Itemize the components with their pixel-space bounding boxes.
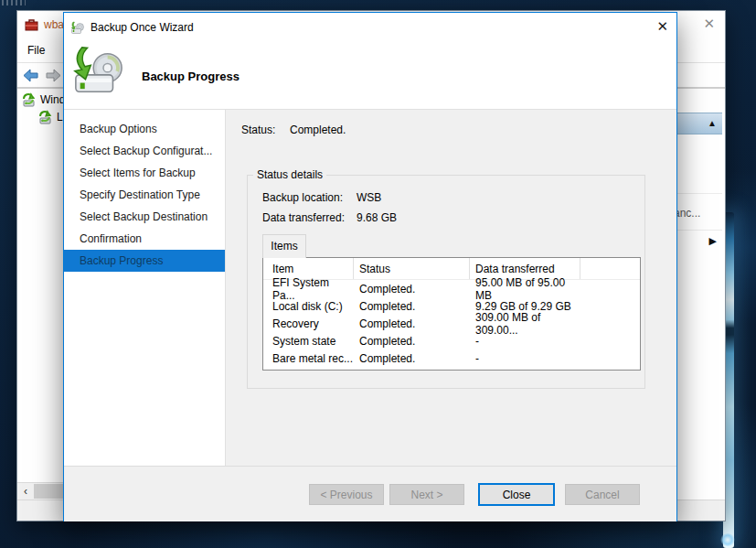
scroll-up-icon[interactable]: ▲ — [708, 118, 717, 128]
wizard-body: Backup Options Select Backup Configurat.… — [64, 110, 676, 466]
column-header-spacer — [580, 258, 640, 279]
previous-button[interactable]: < Previous — [309, 484, 384, 505]
cell-item: Local disk (C:) — [263, 300, 354, 313]
cell-data: 95.00 MB of 95.00 MB — [470, 276, 580, 302]
step-select-backup-destination[interactable]: Select Backup Destination — [64, 206, 225, 228]
cell-item: Recovery — [263, 317, 354, 330]
actions-pane-header[interactable]: ▲ — [676, 113, 722, 134]
status-label: Status: — [241, 124, 275, 136]
cell-data: - — [470, 335, 580, 348]
wizard-page-content: Status: Completed. Status details Backup… — [227, 110, 676, 466]
tab-items[interactable]: Items — [262, 234, 306, 258]
wizard-footer: < Previous Next > Close Cancel — [64, 466, 676, 521]
actions-pane-truncated-text[interactable]: anc... — [674, 207, 729, 220]
tree-item-label: Wind — [40, 93, 65, 106]
next-button[interactable]: Next > — [389, 484, 464, 505]
backup-progress-icon — [70, 45, 127, 98]
status-details-groupbox: Status details Backup location: WSB Data… — [247, 175, 645, 389]
step-select-items-for-backup[interactable]: Select Items for Backup — [64, 162, 225, 184]
expand-right-icon[interactable]: ▶ — [709, 235, 717, 247]
backup-wizard-icon — [70, 21, 85, 35]
wizard-step-list: Backup Options Select Backup Configurat.… — [64, 110, 226, 466]
table-row[interactable]: EFI System Pa... Completed. 95.00 MB of … — [263, 280, 640, 297]
wizard-close-icon[interactable]: ✕ — [656, 19, 668, 33]
backup-location-value: WSB — [357, 191, 381, 204]
table-row[interactable]: Recovery Completed. 309.00 MB of 309.00.… — [263, 315, 640, 332]
data-transferred-label: Data transferred: — [262, 211, 345, 224]
backup-location-label: Backup location: — [262, 191, 343, 204]
console-close-icon[interactable]: ✕ — [703, 16, 715, 30]
step-confirmation[interactable]: Confirmation — [64, 228, 225, 250]
actions-pane-separator — [676, 230, 722, 231]
status-details-label: Status details — [253, 168, 326, 181]
table-row[interactable]: Bare metal rec... Completed. - — [263, 349, 640, 367]
wizard-window-title: Backup Once Wizard — [91, 21, 194, 34]
cell-item: System state — [263, 335, 354, 348]
wizard-titlebar[interactable]: Backup Once Wizard ✕ — [64, 13, 676, 42]
desktop: wba... ✕ File A Wind — [0, 0, 756, 548]
cell-data: - — [470, 352, 580, 365]
wizard-page-title: Backup Progress — [142, 70, 240, 83]
back-arrow-icon[interactable] — [22, 68, 39, 83]
toolbox-icon — [25, 18, 38, 31]
step-backup-options[interactable]: Backup Options — [64, 118, 225, 140]
table-row[interactable]: Local disk (C:) Completed. 9.29 GB of 9.… — [263, 297, 640, 315]
cell-status: Completed. — [354, 300, 470, 313]
table-row[interactable]: System state Completed. - — [263, 332, 640, 349]
cell-item: EFI System Pa... — [263, 276, 354, 302]
cell-status: Completed. — [354, 317, 470, 330]
items-table: Item Status Data transferred EFI System … — [262, 257, 641, 371]
tree-item-label: L — [57, 111, 63, 124]
cell-status: Completed. — [354, 335, 470, 348]
cell-status: Completed. — [354, 352, 470, 365]
wallpaper-dots — [2, 0, 26, 5]
status-value: Completed. — [290, 124, 346, 136]
column-header-status[interactable]: Status — [354, 258, 470, 279]
wizard-header: Backup Progress — [64, 42, 676, 109]
backup-once-wizard-dialog: Backup Once Wizard ✕ Backup Progress Bac… — [63, 12, 677, 521]
cell-data: 309.00 MB of 309.00... — [470, 311, 580, 337]
actions-pane-separator — [676, 193, 722, 194]
close-button[interactable]: Close — [478, 483, 555, 506]
server-backup-icon — [21, 92, 36, 107]
cell-item: Bare metal rec... — [263, 352, 354, 365]
wallpaper-light-glow — [720, 533, 735, 546]
data-transferred-value: 9.68 GB — [357, 211, 397, 224]
step-select-backup-configuration[interactable]: Select Backup Configurat... — [64, 140, 225, 162]
cell-status: Completed. — [354, 283, 470, 295]
step-specify-destination-type[interactable]: Specify Destination Type — [64, 184, 225, 206]
server-backup-icon — [37, 110, 52, 124]
cancel-button[interactable]: Cancel — [565, 484, 640, 505]
menu-file[interactable]: File — [17, 44, 55, 57]
scroll-left-icon[interactable]: ‹ — [18, 484, 33, 499]
step-backup-progress-selected[interactable]: Backup Progress — [64, 250, 225, 272]
forward-arrow-icon[interactable] — [45, 68, 62, 83]
